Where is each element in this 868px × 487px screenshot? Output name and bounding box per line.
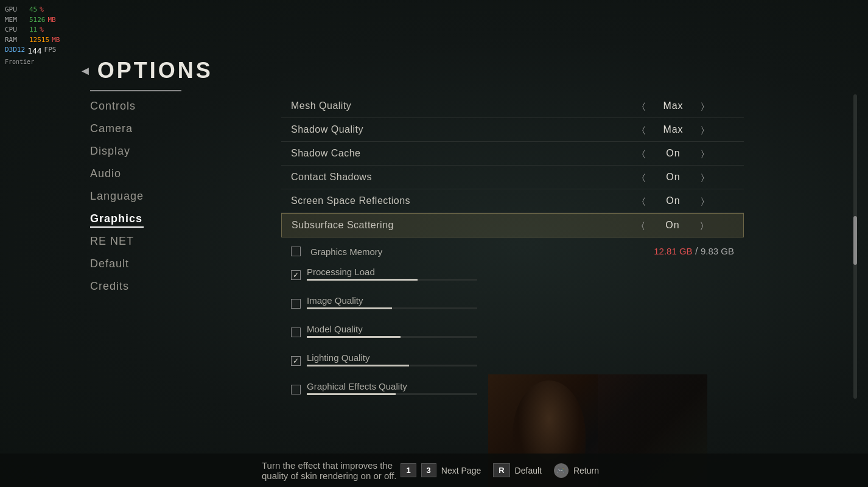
sidebar-item-display[interactable]: Display [90, 142, 144, 160]
checkbox-image-quality[interactable] [291, 299, 301, 309]
setting-label-contact-shadows: Contact Shadows [291, 172, 612, 183]
sidebar-item-language[interactable]: Language [90, 187, 144, 205]
checkbox-label-image-quality: Image Quality [307, 295, 363, 306]
setting-label-subsurface-scattering: Subsurface Scattering [292, 220, 612, 231]
progress-bar-model-quality [307, 336, 477, 338]
arrow-right-subsurface-scattering[interactable]: 〉 [701, 220, 704, 231]
cb-row-processing-load: Processing Load [291, 263, 734, 287]
sidebar-item-default[interactable]: Default [90, 255, 144, 273]
gm-usage-max: 9.83 GB [701, 246, 734, 256]
arrow-left-contact-shadows[interactable]: 〈 [642, 172, 645, 183]
checkbox-row-lighting-quality: Lighting Quality [281, 346, 744, 375]
bottom-bar: Turn the effect that improves the qualit… [0, 454, 868, 487]
progress-fill-model-quality [307, 336, 401, 338]
setting-label-mesh-quality: Mesh Quality [291, 100, 612, 111]
progress-fill-image-quality [307, 307, 392, 309]
setting-row-shadow-quality[interactable]: Shadow Quality 〈 Max 〉 [281, 118, 744, 142]
setting-row-screen-space-reflections[interactable]: Screen Space Reflections 〈 On 〉 [281, 189, 744, 213]
sidebar-item-audio[interactable]: Audio [90, 165, 144, 183]
default-label[interactable]: Default [515, 466, 542, 475]
arrow-right-shadow-cache[interactable]: 〉 [701, 149, 704, 159]
arrow-right-shadow-quality[interactable]: 〉 [701, 125, 704, 135]
scrollbar-thumb[interactable] [853, 216, 857, 265]
gm-usage-current: 12.81 GB [654, 246, 692, 256]
setting-label-screen-space-reflections: Screen Space Reflections [291, 195, 612, 206]
setting-label-shadow-quality: Shadow Quality [291, 124, 612, 135]
arrow-left-shadow-quality[interactable]: 〈 [642, 125, 645, 135]
setting-value-shadow-quality: Max [655, 124, 691, 135]
sidebar: ControlsCameraDisplayAudioLanguageGraphi… [90, 97, 144, 295]
gm-usage-row: 12.81 GB / 9.83 GB [654, 246, 734, 257]
arrow-right-mesh-quality[interactable]: 〉 [701, 101, 704, 111]
title-divider [90, 90, 181, 91]
setting-value-shadow-cache: On [655, 148, 691, 159]
arrow-left-mesh-quality[interactable]: 〈 [642, 101, 645, 111]
controller-icon: 🎮 [554, 463, 569, 478]
progress-fill-graphical-effects-quality [307, 393, 396, 395]
setting-control-screen-space-reflections: 〈 On 〉 [612, 195, 734, 206]
hud-cpu-label: CPU [5, 25, 27, 35]
return-label[interactable]: Return [573, 466, 599, 475]
gm-header-row: Graphics Memory 12.81 GB / 9.83 GB [281, 242, 744, 261]
arrow-left-shadow-cache[interactable]: 〈 [642, 149, 645, 159]
checkbox-model-quality[interactable] [291, 328, 301, 337]
hud-d3d-val: D3D12 [5, 45, 25, 57]
sidebar-item-camera[interactable]: Camera [90, 120, 144, 138]
setting-control-shadow-quality: 〈 Max 〉 [612, 124, 734, 135]
hud-fps-label: FPS [44, 45, 57, 57]
arrow-right-contact-shadows[interactable]: 〉 [701, 172, 704, 183]
page-total-badge: 3 [421, 463, 436, 477]
setting-value-screen-space-reflections: On [655, 195, 691, 206]
setting-control-mesh-quality: 〈 Max 〉 [612, 100, 734, 111]
setting-row-shadow-cache[interactable]: Shadow Cache 〈 On 〉 [281, 142, 744, 166]
arrow-left-screen-space-reflections[interactable]: 〈 [642, 196, 645, 206]
progress-bar-graphical-effects-quality [307, 393, 477, 395]
arrow-left-subsurface-scattering[interactable]: 〈 [642, 220, 645, 231]
page-title-area: ◄ OPTIONS [79, 58, 213, 83]
scrollbar[interactable] [853, 94, 857, 399]
setting-control-shadow-cache: 〈 On 〉 [612, 148, 734, 159]
progress-fill-processing-load [307, 279, 418, 281]
progress-fill-lighting-quality [307, 365, 409, 366]
checkbox-row-processing-load: Processing Load [281, 261, 744, 289]
sidebar-item-credits[interactable]: Credits [90, 278, 144, 295]
hud-ram-unit: MB [52, 35, 60, 46]
checkbox-label-model-quality: Model Quality [307, 324, 363, 334]
hud-gpu-val: 45 [29, 5, 37, 15]
sidebar-item-controls[interactable]: Controls [90, 97, 144, 115]
hud-cpu-val: 11 [29, 25, 37, 35]
setting-control-subsurface-scattering: 〈 On 〉 [612, 220, 733, 231]
gm-checkbox[interactable] [291, 247, 301, 256]
hud-mem-val: 5126 [29, 15, 46, 26]
sidebar-item-renet[interactable]: RE NET [90, 233, 144, 250]
arrow-right-screen-space-reflections[interactable]: 〉 [701, 196, 704, 206]
checkbox-row-model-quality: Model Quality [281, 318, 744, 346]
progress-bar-processing-load [307, 279, 477, 281]
gm-usage-sep: / [695, 246, 701, 256]
hud-fps-val: 144 [27, 45, 41, 57]
page-title: OPTIONS [97, 58, 213, 83]
hud-gpu-label: GPU [5, 5, 27, 15]
hud-mem-unit: MB [48, 15, 56, 26]
main-panel: Mesh Quality 〈 Max 〉 Shadow Quality 〈 Ma… [281, 94, 850, 450]
gm-header-label: Graphics Memory [310, 247, 382, 257]
sidebar-item-graphics[interactable]: Graphics [90, 210, 144, 228]
setting-value-contact-shadows: On [655, 172, 691, 183]
checkbox-graphical-effects-quality[interactable] [291, 385, 301, 394]
back-arrow-icon[interactable]: ◄ [79, 64, 91, 78]
bottom-controls: 1 3 Next Page R Default 🎮 Return [401, 463, 606, 478]
checkbox-label-processing-load: Processing Load [307, 267, 375, 277]
checkbox-lighting-quality[interactable] [291, 356, 301, 366]
setting-row-contact-shadows[interactable]: Contact Shadows 〈 On 〉 [281, 166, 744, 189]
page-current-badge: 1 [401, 463, 416, 477]
checkbox-label-graphical-effects-quality: Graphical Effects Quality [307, 381, 407, 391]
next-page-label[interactable]: Next Page [441, 466, 481, 475]
setting-row-subsurface-scattering[interactable]: Subsurface Scattering 〈 On 〉 [281, 213, 744, 237]
checkbox-processing-load[interactable] [291, 270, 301, 280]
hud-ram-label: RAM [5, 35, 27, 46]
cb-row-image-quality: Image Quality [291, 292, 734, 315]
hud-overlay: GPU 45 % MEM 5126 MB CPU 11 % RAM 12515 … [5, 5, 60, 66]
setting-value-subsurface-scattering: On [654, 220, 691, 231]
setting-value-mesh-quality: Max [655, 100, 691, 111]
setting-row-mesh-quality[interactable]: Mesh Quality 〈 Max 〉 [281, 94, 744, 118]
